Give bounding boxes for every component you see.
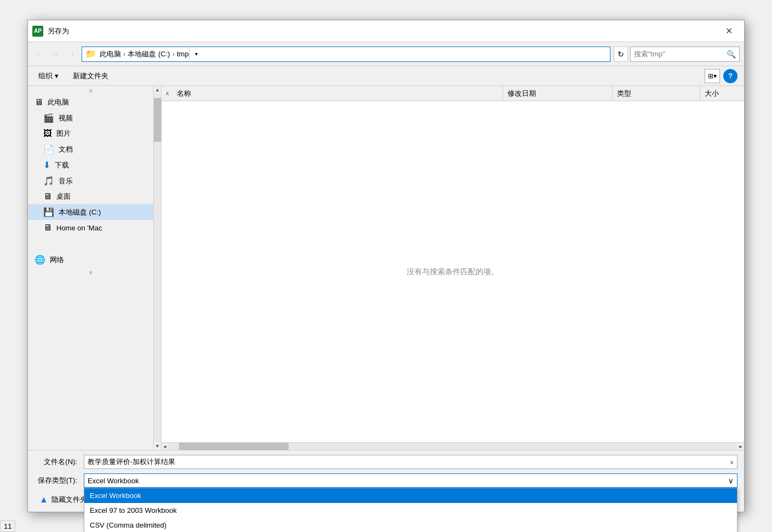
- view-icon: ⊞: [708, 72, 713, 80]
- filetype-option-excel-workbook[interactable]: Excel Workbook: [84, 488, 737, 503]
- filetype-dropdown-container: Excel Workbook ∨ Excel Workbook Excel 97…: [84, 473, 738, 488]
- help-label: ?: [728, 72, 733, 80]
- scrollbar-down-btn[interactable]: ▼: [154, 442, 161, 450]
- refresh-button[interactable]: ↻: [614, 47, 628, 62]
- empty-message: 没有与搜索条件匹配的项。: [162, 101, 744, 442]
- sidebar-item-this-pc-label: 此电脑: [48, 97, 69, 107]
- h-scroll-right[interactable]: ►: [738, 443, 744, 450]
- address-bar: ← → ↑ 📁 此电脑 › 本地磁盘 (C:) › tmp ▾ ↻ 🔍: [28, 42, 744, 66]
- sidebar-scrollbar: ▲ ▼: [154, 86, 162, 450]
- sidebar-item-videos[interactable]: 🎬 视频: [28, 110, 153, 126]
- filename-dropdown-arrow: ∨: [730, 459, 734, 465]
- title-bar: AP 另存为 ✕: [28, 20, 744, 42]
- h-scrollbar: ◄ ►: [162, 442, 744, 450]
- filename-row: 文件名(N): 教学质量评价-加权计算结果 ∨: [34, 455, 738, 469]
- h-scroll-left[interactable]: ◄: [162, 443, 168, 450]
- toolbar-right: ⊞ ▾ ?: [705, 69, 738, 83]
- sidebar-scroll-up[interactable]: ∧: [28, 86, 153, 95]
- new-folder-button[interactable]: 新建文件夹: [69, 69, 112, 83]
- local-disk-icon: 💾: [43, 207, 54, 217]
- up-button[interactable]: ↑: [65, 47, 79, 61]
- app-icon: AP: [32, 26, 43, 37]
- sidebar-item-music-label: 音乐: [59, 176, 73, 186]
- desktop-icon: 🖥: [43, 192, 52, 201]
- pictures-icon: 🖼: [43, 129, 52, 138]
- scrollbar-track: [154, 94, 161, 442]
- search-input[interactable]: [634, 50, 727, 58]
- back-button[interactable]: ←: [32, 47, 47, 61]
- close-button[interactable]: ✕: [718, 23, 740, 39]
- sidebar-item-home-mac[interactable]: 🖥 Home on 'Mac: [28, 220, 153, 235]
- videos-icon: 🎬: [43, 113, 54, 123]
- breadcrumb-local-disk[interactable]: 本地磁盘 (C:): [128, 49, 170, 59]
- col-header-date[interactable]: 修改日期: [503, 86, 613, 101]
- this-pc-icon: 🖥: [34, 97, 43, 107]
- sidebar-item-local-disk-label: 本地磁盘 (C:): [59, 207, 101, 217]
- sidebar-item-music[interactable]: 🎵 音乐: [28, 173, 153, 189]
- search-bar: 🔍: [630, 47, 740, 62]
- col-header-name[interactable]: 名称: [172, 86, 503, 101]
- sidebar-item-downloads[interactable]: ⬇ 下载: [28, 157, 153, 173]
- toolbar: 组织 ▾ 新建文件夹 ⊞ ▾ ?: [28, 66, 744, 86]
- organize-button[interactable]: 组织 ▾: [34, 69, 62, 83]
- sort-up-arrow[interactable]: ∧: [162, 86, 172, 101]
- path-dropdown-button[interactable]: ▾: [189, 47, 203, 62]
- h-scroll-track: [168, 443, 738, 450]
- sidebar: ∧ 🖥 此电脑 🎬 视频 🖼 图片 📄 文档 ⬇ 下载 🎵: [28, 86, 154, 450]
- network-icon: 🌐: [34, 255, 45, 265]
- documents-icon: 📄: [43, 144, 54, 154]
- h-scroll-thumb[interactable]: [179, 443, 289, 450]
- organize-arrow: ▾: [55, 72, 59, 80]
- sidebar-item-documents[interactable]: 📄 文档: [28, 141, 153, 157]
- filetype-label: 保存类型(T):: [34, 476, 84, 485]
- col-header-type[interactable]: 类型: [613, 86, 700, 101]
- folder-icon: 📁: [85, 49, 96, 59]
- forward-button[interactable]: →: [49, 47, 63, 61]
- sidebar-item-documents-label: 文档: [59, 144, 73, 154]
- filetype-dropdown-menu: Excel Workbook Excel 97 to 2003 Workbook…: [84, 488, 738, 532]
- scrollbar-up-btn[interactable]: ▲: [154, 86, 161, 94]
- view-button[interactable]: ⊞ ▾: [705, 69, 720, 83]
- save-as-dialog: AP 另存为 ✕ ← → ↑ 📁 此电脑 › 本地磁盘 (C:) › tmp ▾…: [27, 20, 745, 512]
- sidebar-item-network[interactable]: 🌐 网络: [28, 252, 153, 268]
- dialog-title: 另存为: [48, 26, 718, 36]
- sidebar-item-desktop[interactable]: 🖥 桌面: [28, 189, 153, 204]
- bottom-section: 文件名(N): 教学质量评价-加权计算结果 ∨ 保存类型(T): Excel W…: [28, 450, 744, 512]
- filetype-value: Excel Workbook: [88, 477, 139, 485]
- organize-label: 组织: [38, 71, 53, 81]
- sidebar-item-desktop-label: 桌面: [56, 192, 71, 201]
- view-arrow: ▾: [713, 72, 717, 80]
- hide-folder-icon: ▲: [39, 495, 48, 505]
- filetype-option-excel-97[interactable]: Excel 97 to 2003 Workbook: [84, 503, 737, 518]
- filetype-row: 保存类型(T): Excel Workbook ∨ Excel Workbook…: [34, 473, 738, 488]
- sidebar-scroll-down[interactable]: ∨: [28, 268, 153, 276]
- filetype-arrow: ∨: [728, 477, 734, 485]
- col-header-size[interactable]: 大小: [700, 86, 744, 101]
- breadcrumb-tmp[interactable]: tmp: [177, 50, 189, 58]
- path-bar[interactable]: 📁 此电脑 › 本地磁盘 (C:) › tmp ▾: [82, 47, 610, 62]
- filename-value: 教学质量评价-加权计算结果: [88, 457, 730, 467]
- music-icon: 🎵: [43, 176, 54, 186]
- breadcrumb: 此电脑 › 本地磁盘 (C:) › tmp: [100, 49, 189, 59]
- filename-input[interactable]: 教学质量评价-加权计算结果 ∨: [84, 455, 738, 469]
- sidebar-item-this-pc[interactable]: 🖥 此电脑: [28, 95, 153, 110]
- sidebar-item-local-disk[interactable]: 💾 本地磁盘 (C:): [28, 204, 153, 220]
- sidebar-item-videos-label: 视频: [59, 113, 73, 123]
- filetype-option-csv[interactable]: CSV (Comma delimited): [84, 518, 737, 532]
- sidebar-spacer: [28, 235, 153, 252]
- breadcrumb-this-pc[interactable]: 此电脑: [100, 49, 121, 59]
- sidebar-item-downloads-label: 下载: [55, 160, 69, 170]
- downloads-icon: ⬇: [43, 160, 50, 170]
- sidebar-item-pictures-label: 图片: [56, 129, 71, 138]
- home-mac-icon: 🖥: [43, 223, 52, 233]
- help-button[interactable]: ?: [723, 69, 738, 83]
- file-list-body: 没有与搜索条件匹配的项。: [162, 101, 744, 442]
- sidebar-item-network-label: 网络: [50, 255, 64, 265]
- search-icon: 🔍: [727, 50, 736, 59]
- scrollbar-thumb[interactable]: [154, 98, 162, 142]
- filename-label: 文件名(N):: [34, 457, 84, 467]
- hide-folder-label: 隐藏文件夹: [51, 495, 87, 505]
- sidebar-item-home-mac-label: Home on 'Mac: [56, 224, 102, 232]
- sidebar-item-pictures[interactable]: 🖼 图片: [28, 126, 153, 141]
- filetype-trigger[interactable]: Excel Workbook ∨: [84, 473, 738, 488]
